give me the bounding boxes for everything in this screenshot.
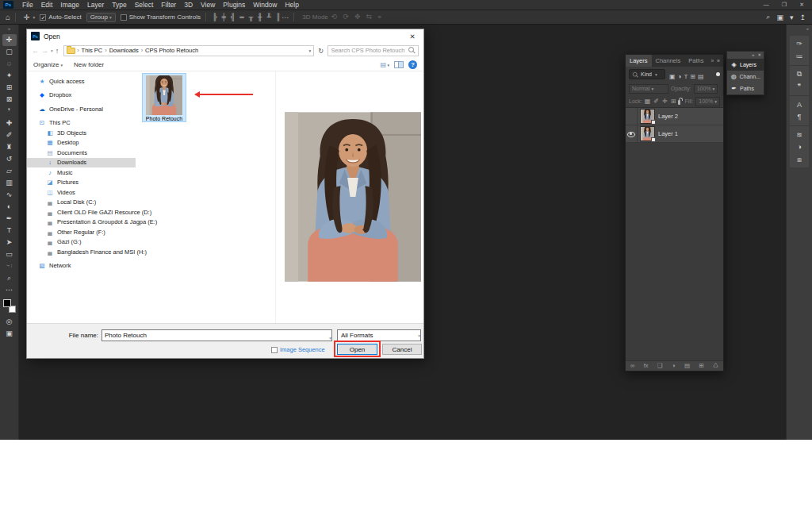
shape-tool[interactable]: ▭ (2, 248, 17, 260)
libraries-icon[interactable]: ⧈ (790, 153, 809, 166)
align-top-icon[interactable]: ═ (239, 13, 243, 21)
chevron-down-icon[interactable] (327, 329, 331, 343)
edit-toolbar-button[interactable]: ⋯ (2, 284, 17, 296)
sidebar-item[interactable]: Local Disk (C:) (27, 198, 136, 208)
preview-pane-button[interactable] (394, 61, 404, 68)
close-icon[interactable] (757, 52, 761, 59)
toolbar-collapse-icon[interactable] (0, 25, 18, 31)
panel-tab[interactable]: Channels (652, 55, 685, 67)
crop-tool[interactable]: ⊞ (2, 82, 17, 94)
breadcrumb[interactable]: ›This PC›Downloads›CPS Photo Retouch ▾ (63, 45, 314, 56)
layer-row[interactable]: Layer 2 (626, 108, 723, 125)
visibility-toggle[interactable] (626, 125, 638, 142)
lock-all-icon[interactable] (678, 100, 680, 105)
organize-menu[interactable]: Organize (33, 61, 63, 68)
sidebar-item[interactable]: Other Regular (F:) (27, 227, 136, 237)
sidebar-item[interactable]: Presentation & Groupdot & Jagpa (E:) (27, 217, 136, 228)
brush-settings-icon[interactable]: ✑ (790, 37, 809, 50)
align-center-h-icon[interactable]: ╪ (221, 13, 225, 21)
file-item-photo-retouch[interactable]: Photo Retouch (142, 73, 186, 122)
menu-item[interactable]: Layer (83, 0, 108, 10)
menu-item[interactable]: 3D (180, 0, 197, 10)
flyout-panel-item[interactable]: Paths (727, 83, 764, 94)
properties-icon[interactable]: ≋ (790, 125, 809, 140)
search-box[interactable] (327, 45, 419, 56)
menu-item[interactable]: Plugins (219, 0, 249, 10)
path-selection-tool[interactable]: ➤ (2, 237, 17, 248)
brush-tool[interactable]: ✐ (2, 129, 17, 141)
menu-item[interactable]: Help (281, 0, 302, 10)
layer-group-icon[interactable]: ▤ (684, 363, 690, 369)
sidebar-item[interactable]: Documents (27, 148, 136, 158)
share-icon[interactable]: ↥ (799, 13, 806, 21)
new-layer-icon[interactable]: ⊞ (699, 363, 704, 369)
search-icon[interactable]: ⌕ (766, 13, 770, 21)
menu-item[interactable]: Type (108, 0, 130, 10)
menu-item[interactable]: View (197, 0, 219, 10)
layer-effects-icon[interactable]: fx (644, 363, 649, 369)
sidebar-item[interactable]: Music (27, 167, 136, 178)
new-folder-button[interactable]: New folder (74, 61, 104, 68)
breadcrumb-item[interactable]: This PC (82, 47, 103, 54)
distribute-bottom-icon[interactable]: ╨ (267, 13, 271, 21)
layer-row[interactable]: Layer 1 (626, 125, 723, 143)
adjustments-icon[interactable]: ◑ (790, 140, 809, 153)
dock-collapse-icon[interactable] (787, 25, 812, 31)
sidebar-item[interactable]: Client OLD File GAZI Resource (D:) (27, 207, 136, 217)
open-button[interactable]: Open (337, 344, 377, 355)
menu-item[interactable]: Image (56, 0, 83, 10)
adjustment-layer-icon[interactable]: ◑ (672, 363, 676, 369)
sidebar-item[interactable]: Gazi (G:) (27, 237, 136, 248)
sidebar-item[interactable]: This PC (27, 118, 136, 129)
eraser-tool[interactable]: ▱ (2, 165, 17, 177)
zoom-tool[interactable]: ⌕ (2, 272, 17, 284)
layer-mask-icon[interactable]: ❑ (657, 363, 663, 369)
filter-toggle-icon[interactable] (716, 72, 720, 76)
double-arrow-icon[interactable] (711, 58, 714, 64)
breadcrumb-item[interactable]: CPS Photo Retouch (145, 47, 198, 54)
healing-brush-tool[interactable]: ✚ (2, 117, 17, 129)
help-button[interactable] (408, 60, 417, 69)
sidebar-item[interactable]: Downloads (27, 158, 136, 168)
align-left-icon[interactable]: ╠ (213, 13, 216, 21)
file-name-combobox[interactable] (102, 329, 332, 341)
close-button[interactable]: ✕ (793, 0, 810, 10)
sidebar-item[interactable]: Desktop (27, 138, 136, 148)
pen-tool[interactable]: ✒ (2, 213, 17, 225)
menu-item[interactable]: Edit (37, 0, 57, 10)
character-icon[interactable]: A (790, 95, 809, 110)
views-button[interactable]: ▤ (381, 61, 389, 68)
filter-type-icon[interactable]: T (684, 73, 688, 80)
link-layers-icon[interactable]: ∞ (630, 363, 634, 369)
filter-kind-dropdown[interactable]: Kind (629, 69, 665, 79)
fill-field[interactable]: 100% (695, 97, 720, 106)
image-sequence-checkbox[interactable]: Image Sequence (271, 346, 325, 353)
up-button[interactable]: ↑ (56, 47, 59, 55)
breadcrumb-item[interactable]: Downloads (109, 47, 139, 54)
blend-mode-dropdown[interactable]: Normal (629, 84, 668, 94)
menu-item[interactable]: Filter (157, 0, 180, 10)
minimize-button[interactable]: — (757, 0, 776, 10)
clone-source-icon[interactable]: ⧉ (790, 65, 809, 80)
sidebar-item[interactable]: 3D Objects (27, 128, 136, 138)
sidebar-item[interactable]: Bangladesh Finance and MSI (H:) (27, 247, 136, 257)
menu-item[interactable]: Select (131, 0, 158, 10)
sidebar-item[interactable]: Quick access (27, 76, 136, 87)
lock-transparency-icon[interactable]: ▦ (645, 98, 651, 105)
hand-tool[interactable]: ☜ (2, 260, 17, 272)
frame-tool[interactable]: ⊠ (2, 94, 17, 106)
distribute-left-icon[interactable]: ║ (276, 13, 280, 21)
home-icon[interactable]: ⌂ (6, 13, 10, 21)
object-selection-tool[interactable]: ✦ (2, 70, 17, 82)
file-name-input[interactable] (102, 332, 327, 339)
workspace-icon[interactable]: ▣ (776, 13, 783, 21)
dialog-titlebar[interactable]: Ps Open ✕ (27, 29, 423, 43)
auto-select-scope-dropdown[interactable]: Group (86, 13, 116, 22)
filter-smart-object-icon[interactable]: ▤ (698, 73, 704, 80)
smudge-tool[interactable]: ∿ (2, 189, 17, 201)
format-dropdown[interactable]: All Formats (337, 329, 421, 341)
gradient-tool[interactable]: ▥ (2, 177, 17, 189)
quick-mask-button[interactable]: ◎ (2, 316, 17, 328)
flyout-panel-item[interactable]: Layers (727, 59, 764, 71)
marquee-tool[interactable]: ▢ (2, 46, 17, 58)
